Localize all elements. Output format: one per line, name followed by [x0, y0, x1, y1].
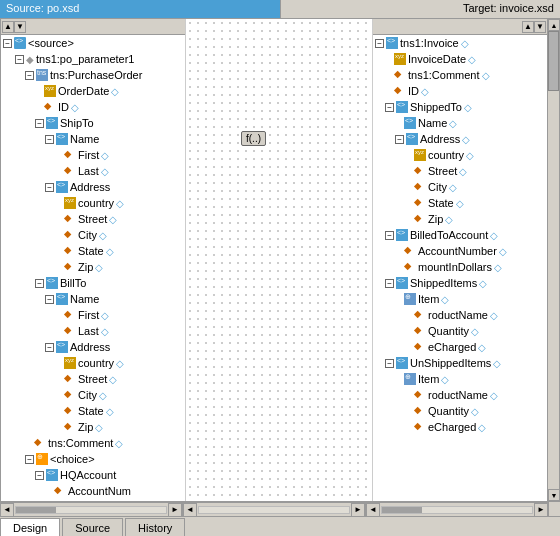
target-tree-item-t-item2[interactable]: ⊕ Item ◇	[373, 371, 547, 387]
target-tree-item-t-charged1[interactable]: ◆ eCharged ◇	[373, 339, 547, 355]
source-tree-item-first2[interactable]: ◆ First ◇	[1, 307, 185, 323]
scroll-up-button[interactable]: ▲	[548, 19, 560, 31]
source-tree-item-street1[interactable]: ◆ Street ◇	[1, 211, 185, 227]
target-nav-up[interactable]: ▲	[522, 21, 534, 33]
source-nav-up[interactable]: ▲	[2, 21, 14, 33]
icon-t-unshipped: <>	[396, 357, 408, 369]
middle-h-scroll-left[interactable]: ◄	[183, 503, 197, 517]
source-tree-item-address2[interactable]: − <> Address	[1, 339, 185, 355]
target-tree-item-t-unshipped[interactable]: − <> UnShippedItems ◇	[373, 355, 547, 371]
target-tree-item-invoice[interactable]: − <> tns1:Invoice ◇	[373, 35, 547, 51]
target-tree-item-t-account-num[interactable]: ◆ AccountNumber ◇	[373, 243, 547, 259]
source-h-scroll-left[interactable]: ◄	[0, 503, 14, 517]
source-tree-item-zip1[interactable]: ◆ Zip ◇	[1, 259, 185, 275]
tab-design[interactable]: Design	[0, 518, 60, 536]
target-tree-item-t-state[interactable]: ◆ State ◇	[373, 195, 547, 211]
target-nav-down[interactable]: ▼	[534, 21, 546, 33]
target-h-scroll-thumb[interactable]	[382, 507, 422, 513]
target-tree-item-t-qty1[interactable]: ◆ Quantity ◇	[373, 323, 547, 339]
source-tree-item-choice[interactable]: − ⊕ <choice>	[1, 451, 185, 467]
label-t-account-num: AccountNumber	[418, 245, 497, 257]
source-tree-item-bill-to[interactable]: − <> BillTo	[1, 275, 185, 291]
middle-h-scroll-right[interactable]: ►	[351, 503, 365, 517]
target-tree-item-t-zip[interactable]: ◆ Zip ◇	[373, 211, 547, 227]
target-tree-item-t-billed-to[interactable]: − <> BilledToAccount ◇	[373, 227, 547, 243]
source-tree-item-comment[interactable]: ◆ tns:Comment ◇	[1, 435, 185, 451]
middle-h-scroll[interactable]: ◄ ►	[183, 502, 366, 516]
expand-address2[interactable]: −	[45, 343, 54, 352]
target-tree-item-t-charged2[interactable]: ◆ eCharged ◇	[373, 419, 547, 435]
source-tree-item-city1[interactable]: ◆ City ◇	[1, 227, 185, 243]
expand-name1[interactable]: −	[45, 135, 54, 144]
expand-t-unshipped[interactable]: −	[385, 359, 394, 368]
target-tree-item-t-qty2[interactable]: ◆ Quantity ◇	[373, 403, 547, 419]
expand-choice[interactable]: −	[25, 455, 34, 464]
port-t-item1: ◇	[441, 294, 449, 305]
source-tree-item-name1[interactable]: − <> Name	[1, 131, 185, 147]
tab-history[interactable]: History	[125, 518, 185, 536]
expand-source-root[interactable]: −	[3, 39, 12, 48]
icon-order-date: xyz	[44, 85, 56, 97]
source-tree-item-account-num[interactable]: ◆ AccountNum	[1, 483, 185, 499]
source-nav-down[interactable]: ▼	[14, 21, 26, 33]
target-tree-item-t-shipped-to[interactable]: − <> ShippedTo ◇	[373, 99, 547, 115]
target-tree-item-t-product-name2[interactable]: ◆ roductName ◇	[373, 387, 547, 403]
target-tree-item-t-item1[interactable]: ⊕ Item ◇	[373, 291, 547, 307]
source-tree-item-last2[interactable]: ◆ Last ◇	[1, 323, 185, 339]
expand-hq-account[interactable]: −	[35, 471, 44, 480]
source-tree-item-first[interactable]: ◆ First ◇	[1, 147, 185, 163]
target-tree-item-t-address[interactable]: − <> Address ◇	[373, 131, 547, 147]
scroll-down-button[interactable]: ▼	[548, 489, 560, 501]
expand-t-shipped-items[interactable]: −	[385, 279, 394, 288]
expand-tns1-po[interactable]: −	[15, 55, 24, 64]
expand-t-invoice[interactable]: −	[375, 39, 384, 48]
source-tree-item-order-date[interactable]: xyz OrderDate ◇	[1, 83, 185, 99]
source-tree-item-state2[interactable]: ◆ State ◇	[1, 403, 185, 419]
source-tree-item-state1[interactable]: ◆ State ◇	[1, 243, 185, 259]
scroll-thumb[interactable]	[548, 31, 559, 91]
source-tree-item-address1[interactable]: − <> Address	[1, 179, 185, 195]
source-tree-item-tns1-po[interactable]: − ◆ tns1:po_parameter1	[1, 51, 185, 67]
source-tree-item-name2[interactable]: − <> Name	[1, 291, 185, 307]
source-h-scroll-thumb[interactable]	[16, 507, 56, 513]
target-h-scroll-right[interactable]: ►	[534, 503, 548, 517]
source-tree-item-purchase-order[interactable]: − tns tns:PurchaseOrder	[1, 67, 185, 83]
function-button[interactable]: f(..)	[241, 131, 266, 146]
source-tree-item-street2[interactable]: ◆ Street ◇	[1, 371, 185, 387]
target-tree-item-invoice-date[interactable]: xyz InvoiceDate ◇	[373, 51, 547, 67]
source-tree-item-source-root[interactable]: − <> <source>	[1, 35, 185, 51]
expand-name2[interactable]: −	[45, 295, 54, 304]
expand-bill-to[interactable]: −	[35, 279, 44, 288]
target-tree-item-t-city[interactable]: ◆ City ◇	[373, 179, 547, 195]
label-t-id: ID	[408, 85, 419, 97]
source-tree-item-country1[interactable]: xyz country ◇	[1, 195, 185, 211]
source-tree-item-last[interactable]: ◆ Last ◇	[1, 163, 185, 179]
expand-t-billed-to[interactable]: −	[385, 231, 394, 240]
target-tree-item-t-comment[interactable]: ◆ tns1:Comment ◇	[373, 67, 547, 83]
expand-t-address[interactable]: −	[395, 135, 404, 144]
source-h-scroll-right[interactable]: ►	[168, 503, 182, 517]
expand-ship-to[interactable]: −	[35, 119, 44, 128]
target-tree-item-t-shipped-items[interactable]: − <> ShippedItems ◇	[373, 275, 547, 291]
expand-address1[interactable]: −	[45, 183, 54, 192]
target-h-scroll[interactable]: ◄ ►	[366, 502, 548, 516]
source-h-scroll[interactable]: ◄ ►	[0, 502, 183, 516]
target-tree-item-t-id[interactable]: ◆ ID ◇	[373, 83, 547, 99]
source-tree-item-country2[interactable]: xyz country ◇	[1, 355, 185, 371]
target-tree-item-t-product-name1[interactable]: ◆ roductName ◇	[373, 307, 547, 323]
target-h-scroll-left[interactable]: ◄	[366, 503, 380, 517]
source-tree-item-hq-account[interactable]: − <> HQAccount	[1, 467, 185, 483]
source-tree-item-city2[interactable]: ◆ City ◇	[1, 387, 185, 403]
target-tree-item-t-amount[interactable]: ◆ mountInDollars ◇	[373, 259, 547, 275]
source-tree-item-ship-to[interactable]: − <> ShipTo	[1, 115, 185, 131]
source-tree-item-zip2[interactable]: ◆ Zip ◇	[1, 419, 185, 435]
target-tree-item-t-street[interactable]: ◆ Street ◇	[373, 163, 547, 179]
tab-source[interactable]: Source	[62, 518, 123, 536]
vertical-scrollbar[interactable]: ▲ ▼	[547, 19, 559, 501]
target-tree-item-t-name[interactable]: <> Name ◇	[373, 115, 547, 131]
source-tree-item-id1[interactable]: ◆ ID ◇	[1, 99, 185, 115]
label-street1: Street	[78, 213, 107, 225]
target-tree-item-t-country[interactable]: xyz country ◇	[373, 147, 547, 163]
expand-purchase-order[interactable]: −	[25, 71, 34, 80]
expand-t-shipped-to[interactable]: −	[385, 103, 394, 112]
